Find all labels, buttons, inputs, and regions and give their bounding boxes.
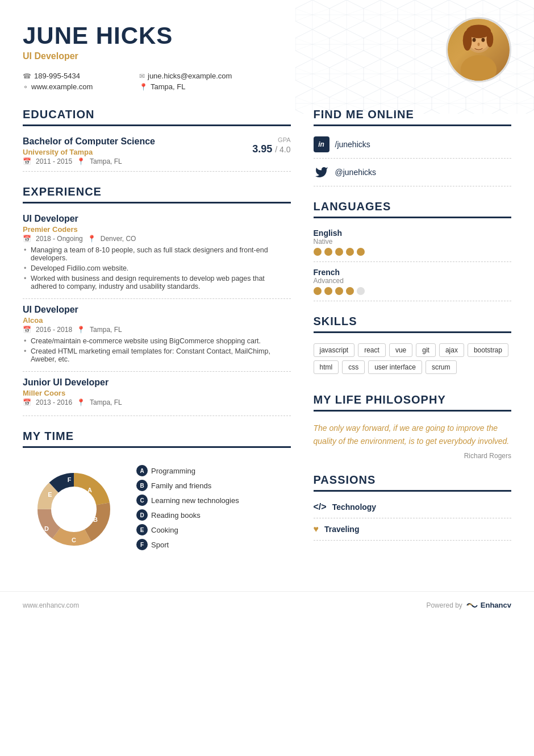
svg-point-12 (463, 30, 472, 51)
pin-icon: 📍 (87, 235, 96, 243)
dot (335, 248, 343, 256)
phone-icon: ☎ (23, 72, 31, 80)
lang-dots-french (314, 287, 512, 295)
header: JUNE HICKS UI Developer ☎ 189-995-5434 ✉… (0, 0, 534, 108)
exp-meta-0: 📅 2018 - Ongoing 📍 Denver, CO (23, 235, 291, 243)
legend-item-e: E Cooking (136, 524, 291, 535)
skill-tag: scrum (425, 360, 457, 374)
experience-item-1: UI Developer Alcoa 📅 2016 - 2018 📍 Tampa… (23, 299, 291, 372)
skill-tag: user interface (368, 360, 422, 374)
svg-text:D: D (44, 525, 49, 532)
legend-letter-f: F (136, 539, 148, 550)
passions-section: PASSIONS </> Technology ♥ Traveling (314, 473, 512, 541)
svg-text:C: C (72, 537, 76, 543)
lang-name-english: English (314, 229, 512, 238)
exp-bullets-0: Managing a team of 8-10 people, such as … (23, 246, 291, 290)
skills-section: SKILLS javascript react vue git ajax boo… (314, 315, 512, 380)
twitter-icon (314, 164, 329, 180)
contact-grid: ☎ 189-995-5434 ✉ june.hicks@example.com … (23, 72, 250, 91)
legend-item-a: A Programming (136, 465, 291, 476)
bullet: Created HTML marketing email templates f… (23, 347, 291, 363)
pin-icon: 📍 (77, 157, 85, 165)
passions-title: PASSIONS (314, 473, 512, 492)
bullet: Developed Fidilio.com website. (23, 264, 291, 272)
avatar-image (448, 19, 510, 81)
exp-role-1: UI Developer (23, 305, 291, 315)
svg-point-15 (481, 38, 485, 41)
dot (314, 248, 322, 256)
candidate-title: UI Developer (23, 51, 250, 61)
lang-dots-english (314, 248, 512, 256)
right-column: FIND ME ONLINE in /junehicks @junehicks … (314, 108, 512, 580)
passion-traveling: ♥ Traveling (314, 518, 512, 541)
bullet: Managing a team of 8-10 people, such as … (23, 246, 291, 262)
email-icon: ✉ (139, 72, 145, 80)
calendar-icon: 📅 (23, 157, 31, 165)
experience-section: EXPERIENCE UI Developer Premier Coders 📅… (23, 185, 291, 416)
edu-degree: Bachelor of Computer Science (23, 136, 245, 147)
edu-right: GPA 3.95 / 4.0 (245, 136, 291, 165)
language-english: English Native (314, 223, 512, 262)
legend-letter-d: D (136, 509, 148, 521)
dot (357, 287, 365, 295)
exp-bullets-1: Create/maintain e-commerce website using… (23, 337, 291, 363)
lang-level-french: Advanced (314, 277, 512, 285)
svg-text:E: E (48, 491, 52, 498)
linkedin-icon: in (314, 136, 329, 152)
skill-tag: git (416, 343, 436, 357)
contact-web: ⚬ www.example.com (23, 82, 134, 91)
skills-wrap: javascript react vue git ajax bootstrap … (314, 338, 512, 380)
lang-name-french: French (314, 268, 512, 277)
find-online-section: FIND ME ONLINE in /junehicks @junehicks (314, 108, 512, 186)
legend-letter-c: C (136, 495, 148, 506)
pin-icon: 📍 (77, 398, 85, 406)
footer-brand: Powered by Enhancv (426, 601, 511, 609)
edu-school: University of Tampa (23, 148, 245, 156)
online-twitter: @junehicks (314, 159, 512, 186)
bullet: Create/maintain e-commerce website using… (23, 337, 291, 345)
edu-location: Tampa, FL (90, 157, 122, 165)
experience-item-2: Junior UI Developer Miller Coors 📅 2013 … (23, 372, 291, 416)
philosophy-section: MY LIFE PHILOSOPHY The only way forward,… (314, 393, 512, 460)
exp-company-2: Miller Coors (23, 389, 291, 397)
exp-company-0: Premier Coders (23, 225, 291, 234)
exp-meta-2: 📅 2013 - 2016 📍 Tampa, FL (23, 398, 291, 406)
education-section: EDUCATION Bachelor of Computer Science U… (23, 108, 291, 172)
languages-title: LANGUAGES (314, 200, 512, 218)
gpa-value: 3.95 / 4.0 (245, 143, 291, 155)
languages-section: LANGUAGES English Native French Advanced (314, 200, 512, 301)
experience-title: EXPERIENCE (23, 185, 291, 203)
resume-page: JUNE HICKS UI Developer ☎ 189-995-5434 ✉… (0, 0, 534, 756)
legend-letter-b: B (136, 480, 148, 491)
dot (314, 287, 322, 295)
exp-company-1: Alcoa (23, 316, 291, 325)
philosophy-quote: The only way forward, if we are going to… (314, 416, 512, 450)
skill-tag: css (342, 360, 365, 374)
heart-icon: ♥ (314, 524, 319, 534)
skill-tag: bootstrap (468, 343, 508, 357)
education-item: Bachelor of Computer Science University … (23, 131, 291, 172)
calendar-icon: 📅 (23, 398, 31, 406)
avatar (446, 17, 511, 82)
dot (335, 287, 343, 295)
skill-tag: javascript (314, 343, 355, 357)
calendar-icon: 📅 (23, 235, 31, 243)
education-title: EDUCATION (23, 108, 291, 126)
passion-technology: </> Technology (314, 496, 512, 518)
brand-logo: Enhancv (466, 601, 511, 609)
dot (324, 287, 332, 295)
skill-tag: html (314, 360, 339, 374)
legend-letter-e: E (136, 524, 148, 535)
exp-role-0: UI Developer (23, 214, 291, 224)
dot (324, 248, 332, 256)
header-left: JUNE HICKS UI Developer ☎ 189-995-5434 ✉… (23, 23, 250, 91)
skills-title: SKILLS (314, 315, 512, 333)
lang-level-english: Native (314, 238, 512, 246)
exp-meta-1: 📅 2016 - 2018 📍 Tampa, FL (23, 326, 291, 334)
edu-meta: 📅 2011 - 2015 📍 Tampa, FL (23, 157, 245, 165)
donut-chart: A B C D E F (23, 458, 125, 560)
skill-tag: react (358, 343, 386, 357)
footer-website: www.enhancv.com (23, 601, 79, 609)
pin-icon: 📍 (77, 326, 85, 334)
online-linkedin: in /junehicks (314, 131, 512, 159)
